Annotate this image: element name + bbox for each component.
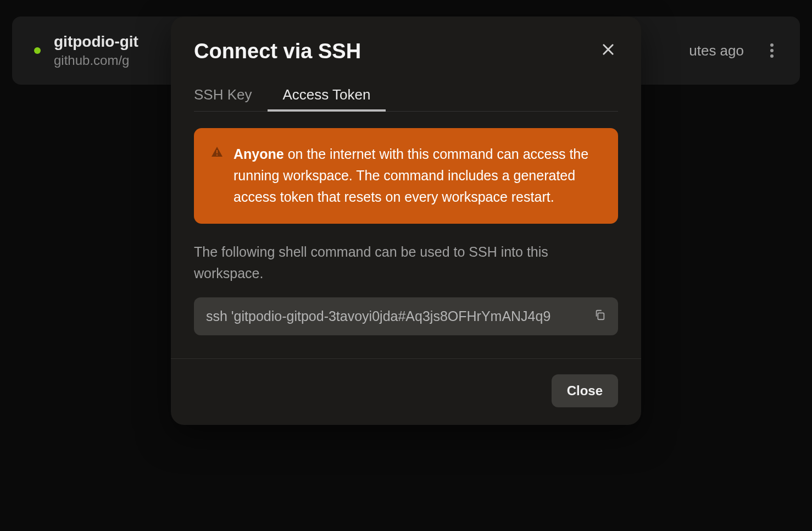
close-button[interactable]: Close	[552, 374, 618, 407]
warning-rest: on the internet with this command can ac…	[233, 146, 588, 204]
modal-title: Connect via SSH	[194, 40, 361, 63]
modal-overlay: Connect via SSH SSH Key Access Token Any…	[0, 0, 812, 531]
copy-icon[interactable]	[594, 309, 606, 323]
svg-rect-1	[216, 154, 218, 156]
ssh-command-text[interactable]: ssh 'gitpodio-gitpod-3tavoyi0jda#Aq3js8O…	[206, 308, 587, 324]
warning-icon	[210, 146, 224, 207]
tabs: SSH Key Access Token	[194, 79, 618, 112]
modal-footer: Close	[171, 358, 641, 407]
warning-alert: Anyone on the internet with this command…	[194, 128, 618, 224]
warning-bold: Anyone	[233, 146, 284, 162]
tab-ssh-key[interactable]: SSH Key	[194, 79, 268, 111]
command-box: ssh 'gitpodio-gitpod-3tavoyi0jda#Aq3js8O…	[194, 297, 618, 335]
svg-rect-2	[598, 313, 604, 320]
svg-rect-0	[216, 150, 218, 153]
close-icon[interactable]	[598, 40, 618, 62]
modal-header: Connect via SSH	[194, 40, 618, 63]
tab-access-token[interactable]: Access Token	[268, 79, 386, 111]
warning-text: Anyone on the internet with this command…	[233, 143, 602, 207]
description-text: The following shell command can be used …	[194, 241, 618, 284]
connect-ssh-modal: Connect via SSH SSH Key Access Token Any…	[171, 16, 641, 425]
